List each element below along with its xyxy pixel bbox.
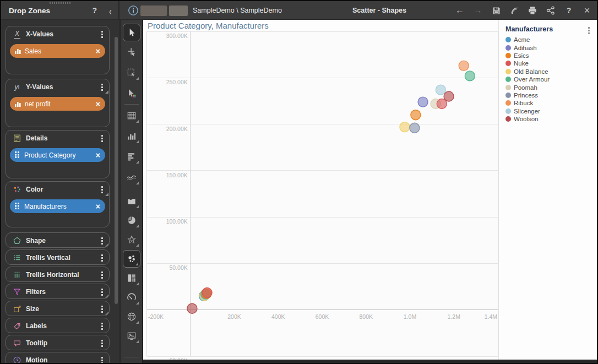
pointer-tool[interactable] xyxy=(123,24,140,41)
info-icon[interactable] xyxy=(128,5,139,18)
zone-menu-icon[interactable] xyxy=(101,340,103,341)
legend-item[interactable]: Acme xyxy=(505,36,592,44)
scatter-point[interactable] xyxy=(465,71,475,81)
table-tool[interactable] xyxy=(123,107,140,124)
drop-zone-filters[interactable]: Filters xyxy=(6,284,110,299)
chart-type-toolbar xyxy=(121,20,143,363)
bar-chart-tool[interactable] xyxy=(123,148,140,165)
remove-field-icon[interactable]: × xyxy=(96,203,100,210)
save-icon[interactable] xyxy=(491,5,502,16)
drop-zone-trellis-vertical[interactable]: Trellis Vertical xyxy=(6,249,110,265)
zone-menu-icon[interactable] xyxy=(101,186,103,188)
area-chart-tool[interactable] xyxy=(123,192,140,210)
page-title: Scatter - Shapes xyxy=(324,1,434,20)
gauge-tool[interactable] xyxy=(123,289,140,306)
pie-chart-tool[interactable] xyxy=(123,211,140,229)
field-pill-product-category[interactable]: Product Category × xyxy=(10,148,105,162)
line-chart-tool[interactable] xyxy=(123,169,140,186)
crosshair-select-tool[interactable] xyxy=(123,43,140,61)
drop-zone-tooltip[interactable]: Tooltip xyxy=(6,335,110,350)
y-tick-label: 150.00K xyxy=(166,172,188,178)
field-pill-manufacturers[interactable]: Manufacturers × xyxy=(10,199,105,213)
legend-item[interactable]: Ribuck xyxy=(505,99,592,107)
zone-header: Tooltip xyxy=(6,335,109,350)
scatter-point[interactable] xyxy=(444,91,454,101)
help-icon[interactable]: ? xyxy=(563,5,574,16)
drop-zone-shape[interactable]: Shape xyxy=(6,232,110,248)
collapse-panel-icon[interactable]: ‹ xyxy=(109,4,112,17)
scatter-point[interactable] xyxy=(418,97,428,107)
scatter-point[interactable] xyxy=(187,303,197,313)
map-tool[interactable] xyxy=(123,308,140,325)
drop-zone-size[interactable]: Size xyxy=(6,301,110,316)
legend-item-label: Woolson xyxy=(514,116,539,122)
marquee-select-tool[interactable] xyxy=(123,64,140,82)
y-tick-label: 50.00K xyxy=(169,264,187,271)
remove-field-icon[interactable]: × xyxy=(96,47,100,55)
scatter-point[interactable] xyxy=(410,123,420,133)
back-icon[interactable]: ← xyxy=(454,5,465,16)
legend-item[interactable]: Princess xyxy=(505,91,592,99)
x-tick-label: 400K xyxy=(271,313,285,320)
zone-menu-icon[interactable] xyxy=(101,289,103,290)
zone-menu-icon[interactable] xyxy=(101,271,103,273)
share-icon[interactable] xyxy=(545,5,556,16)
panel-drag-handle[interactable] xyxy=(50,2,72,4)
legend-item[interactable]: Over Armour xyxy=(505,75,592,83)
scatter-point[interactable] xyxy=(459,61,469,70)
drop-zone-motion[interactable]: Motion xyxy=(6,352,110,363)
legend-item[interactable]: Slicenger xyxy=(505,107,592,115)
drop-zone-color[interactable]: Color Manufacturers × xyxy=(6,181,110,227)
x-tick-label: 200K xyxy=(227,313,241,320)
image-widget-tool[interactable] xyxy=(123,327,140,345)
remove-field-icon[interactable]: × xyxy=(96,100,100,108)
toolbar-divider xyxy=(124,104,139,105)
scatter-chart-tool[interactable] xyxy=(123,250,140,268)
legend-item[interactable]: Adihash xyxy=(505,44,592,51)
legend-item[interactable]: Nuke xyxy=(505,59,592,67)
drop-zone-y-values[interactable]: yI Y-Values net profit × xyxy=(6,79,110,127)
close-icon[interactable]: × xyxy=(581,5,592,16)
zone-menu-icon[interactable] xyxy=(101,306,103,307)
zone-menu-icon[interactable] xyxy=(101,254,103,256)
legend-item[interactable]: Esics xyxy=(505,52,592,59)
point-select-tool[interactable] xyxy=(123,84,140,102)
scatter-point[interactable] xyxy=(436,85,445,95)
column-chart-tool[interactable] xyxy=(123,127,140,145)
zone-menu-icon[interactable] xyxy=(101,357,103,358)
treemap-tool[interactable] xyxy=(123,269,140,287)
legend-item[interactable]: Old Balance xyxy=(505,68,592,75)
drop-zone-labels[interactable]: Labels xyxy=(6,318,110,333)
legend-color-dot xyxy=(505,100,511,106)
zone-menu-icon[interactable] xyxy=(101,323,103,324)
radar-chart-tool[interactable] xyxy=(123,231,140,248)
scatter-point[interactable] xyxy=(411,110,421,120)
zone-menu-icon[interactable] xyxy=(101,237,103,239)
sidebar-scrollbar[interactable] xyxy=(115,37,118,304)
zone-menu-icon[interactable] xyxy=(101,135,103,137)
scatter-point[interactable] xyxy=(202,288,212,298)
scatter-point[interactable] xyxy=(400,122,410,132)
zone-header: Size xyxy=(6,301,109,316)
filter-icon xyxy=(12,287,23,296)
remove-field-icon[interactable]: × xyxy=(96,151,100,159)
print-icon[interactable] xyxy=(527,5,538,16)
tooltip-icon xyxy=(12,339,23,347)
breadcrumb[interactable]: SampleDemo \ SampleDemo xyxy=(193,1,282,20)
drop-zone-x-values[interactable]: X X-Values Sales × xyxy=(6,26,110,74)
drop-zone-details[interactable]: Details Product Category × xyxy=(6,130,110,178)
legend-menu-icon[interactable] xyxy=(588,27,590,29)
legend-color-dot xyxy=(505,37,511,42)
zone-menu-icon[interactable] xyxy=(101,31,103,32)
legend-item[interactable]: Poomah xyxy=(505,83,592,91)
drop-zones-title: Drop Zones xyxy=(9,7,92,15)
zone-menu-icon[interactable] xyxy=(101,84,103,85)
drop-zone-trellis-horizontal[interactable]: Trellis Horizontal xyxy=(6,267,110,282)
forward-icon[interactable]: → xyxy=(472,5,483,16)
field-pill-sales[interactable]: Sales × xyxy=(10,44,105,58)
help-icon[interactable]: ? xyxy=(92,6,97,15)
feed-icon[interactable] xyxy=(509,5,520,16)
field-pill-net-profit[interactable]: net profit × xyxy=(10,97,105,111)
legend-item-label: Ribuck xyxy=(514,100,533,106)
legend-item[interactable]: Woolson xyxy=(505,115,592,123)
